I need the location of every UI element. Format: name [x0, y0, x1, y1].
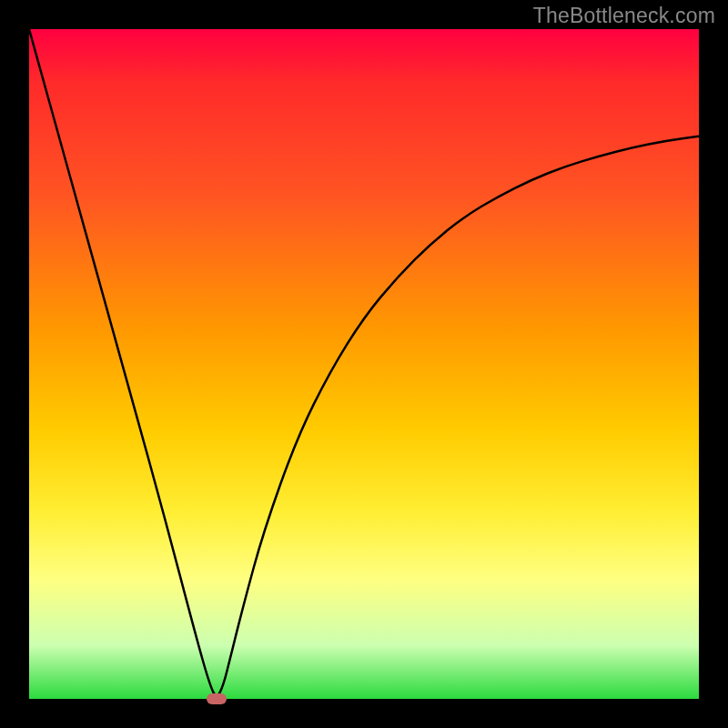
watermark-text: TheBottleneck.com	[533, 4, 715, 28]
plot-area	[29, 29, 699, 699]
chart-frame: TheBottleneck.com	[0, 0, 728, 728]
bottleneck-curve	[29, 29, 699, 699]
optimal-marker	[207, 693, 227, 704]
